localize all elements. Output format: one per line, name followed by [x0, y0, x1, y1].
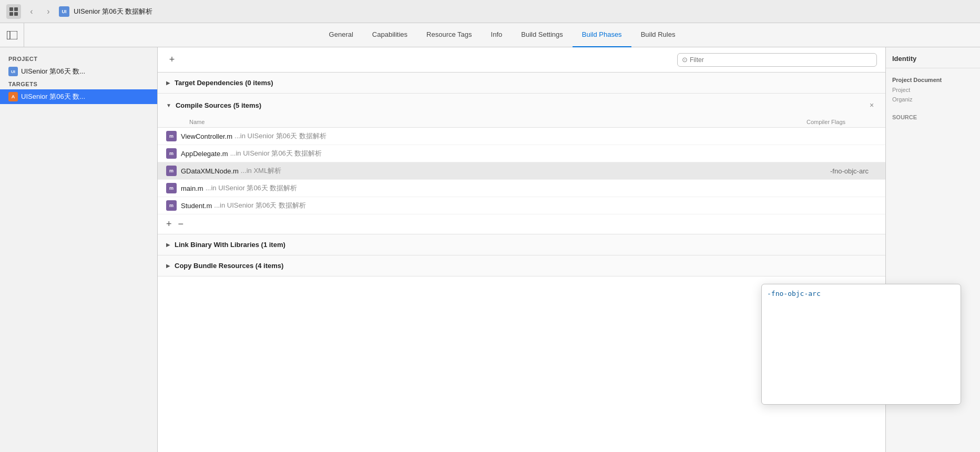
sidebar-project-name: UISenior 第06天 数...	[21, 67, 85, 76]
table-header-row: Name Compiler Flags	[158, 117, 885, 128]
filename-gdataxmlnode: GDataXMLNode.m	[181, 167, 239, 175]
compiler-flags-popup	[761, 284, 961, 405]
file-rows-container: mViewController.m...in UISenior 第06天 数据解…	[158, 128, 885, 214]
phase-copy-bundle-header[interactable]: ▶ Copy Bundle Resources (4 items)	[158, 255, 885, 276]
tab-build-phases[interactable]: Build Phases	[573, 23, 631, 47]
file-row-gdataxmlnode[interactable]: mGDataXMLNode.m...in XML解析-fno-objc-arc	[158, 162, 885, 180]
filename-student: Student.m	[181, 202, 212, 210]
app-icon	[6, 4, 21, 19]
filter-box: ⊙	[677, 53, 877, 67]
phase-compile-sources-title: Compile Sources (5 items)	[176, 101, 261, 109]
phase-target-dependencies-title: Target Dependencies (0 items)	[175, 79, 273, 87]
compiler-flags-input[interactable]	[767, 290, 955, 297]
table-actions: + −	[158, 214, 885, 234]
sidebar: PROJECT UI UISenior 第06天 数... TARGETS A …	[0, 47, 158, 452]
project-icon: UI	[8, 67, 18, 76]
file-icon-viewcontroller: m	[166, 131, 177, 141]
main-area: PROJECT UI UISenior 第06天 数... TARGETS A …	[0, 47, 980, 452]
svg-rect-1	[14, 7, 18, 11]
file-row-viewcontroller[interactable]: mViewController.m...in UISenior 第06天 数据解…	[158, 128, 885, 145]
tab-capabilities[interactable]: Capabilities	[363, 23, 417, 47]
svg-rect-0	[9, 7, 13, 11]
flags-gdataxmlnode: -fno-objc-arc	[772, 167, 877, 175]
sidebar-item-project[interactable]: UI UISenior 第06天 数...	[0, 64, 157, 79]
phase-link-binary: ▶ Link Binary With Libraries (1 item)	[158, 234, 885, 255]
filename-viewcontroller: ViewController.m	[181, 132, 232, 140]
file-row-main[interactable]: mmain.m...in UISenior 第06天 数据解析	[158, 180, 885, 197]
phases-content: ▶ Target Dependencies (0 items) ▼ Compil…	[158, 73, 885, 276]
tab-build-rules[interactable]: Build Rules	[631, 23, 685, 47]
target-icon: A	[8, 92, 18, 101]
tabbar: GeneralCapabilitiesResource TagsInfoBuil…	[0, 23, 980, 47]
triangle-bundle-icon: ▶	[166, 263, 170, 269]
svg-rect-5	[7, 31, 17, 39]
filter-input[interactable]	[690, 56, 872, 64]
file-icon: UI	[59, 6, 69, 17]
file-icon-gdataxmlnode: m	[166, 166, 177, 176]
filepath-viewcontroller: ...in UISenior 第06天 数据解析	[234, 131, 326, 141]
project-label: Project	[886, 85, 980, 95]
back-button[interactable]: ‹	[25, 5, 38, 18]
filepath-gdataxmlnode: ...in XML解析	[241, 166, 281, 176]
file-icon-student: m	[166, 200, 177, 211]
phase-copy-bundle-title: Copy Bundle Resources (4 items)	[175, 262, 283, 270]
col-flags-header: Compiler Flags	[728, 119, 854, 125]
filename-appdelegate: AppDelegate.m	[181, 150, 228, 158]
triangle-link-icon: ▶	[166, 242, 170, 248]
triangle-expand-icon: ▼	[166, 102, 171, 108]
col-name-header: Name	[189, 119, 728, 125]
phase-target-dependencies: ▶ Target Dependencies (0 items)	[158, 73, 885, 94]
remove-file-button[interactable]: −	[178, 219, 184, 230]
popup-content	[762, 284, 961, 389]
add-phase-button[interactable]: +	[166, 54, 178, 66]
svg-rect-3	[14, 12, 18, 16]
file-icon-main: m	[166, 183, 177, 193]
phase-target-dependencies-header[interactable]: ▶ Target Dependencies (0 items)	[158, 73, 885, 93]
organization-label: Organiz	[886, 95, 980, 104]
phase-close-button[interactable]: ×	[866, 100, 877, 110]
phase-copy-bundle: ▶ Copy Bundle Resources (4 items)	[158, 255, 885, 276]
source-label: Source	[886, 112, 980, 122]
tab-build-settings[interactable]: Build Settings	[512, 23, 573, 47]
filepath-appdelegate: ...in UISenior 第06天 数据解析	[230, 149, 322, 158]
identity-title: Identity	[886, 47, 980, 68]
triangle-icon: ▶	[166, 80, 170, 86]
sidebar-project-label: PROJECT	[0, 54, 157, 64]
svg-rect-2	[9, 12, 13, 16]
tab-info[interactable]: Info	[482, 23, 512, 47]
filepath-student: ...in UISenior 第06天 数据解析	[214, 201, 306, 210]
sidebar-item-target[interactable]: A UISenior 第06天 数...	[0, 89, 157, 104]
sidebar-targets-label: TARGETS	[0, 79, 157, 89]
titlebar: ‹ › UI UISenior 第06天 数据解析	[0, 0, 980, 23]
add-file-button[interactable]: +	[166, 219, 172, 230]
sidebar-target-name: UISenior 第06天 数...	[21, 92, 85, 101]
forward-button[interactable]: ›	[42, 5, 55, 18]
content-wrapper: + ⊙ ▶ Target Dependencies (0 items)	[158, 47, 980, 452]
filter-icon: ⊙	[682, 56, 688, 64]
filename-main: main.m	[181, 184, 203, 192]
phase-link-binary-title: Link Binary With Libraries (1 item)	[175, 241, 285, 249]
window-title: UISenior 第06天 数据解析	[74, 7, 152, 16]
content-toolbar: + ⊙	[158, 47, 885, 73]
project-document-label: Project Document	[886, 73, 980, 85]
phase-compile-sources-header[interactable]: ▼ Compile Sources (5 items) ×	[158, 94, 885, 117]
filepath-main: ...in UISenior 第06天 数据解析	[206, 183, 298, 193]
file-row-appdelegate[interactable]: mAppDelegate.m...in UISenior 第06天 数据解析	[158, 145, 885, 162]
source-table: Name Compiler Flags mViewController.m...…	[158, 117, 885, 234]
phase-link-binary-header[interactable]: ▶ Link Binary With Libraries (1 item)	[158, 234, 885, 255]
svg-rect-4	[7, 31, 10, 39]
sidebar-toggle-button[interactable]	[0, 23, 24, 47]
tabs-container: GeneralCapabilitiesResource TagsInfoBuil…	[24, 23, 980, 47]
file-icon-appdelegate: m	[166, 148, 177, 159]
phase-compile-sources: ▼ Compile Sources (5 items) × Name Compi…	[158, 94, 885, 234]
file-row-student[interactable]: mStudent.m...in UISenior 第06天 数据解析	[158, 197, 885, 214]
tab-general[interactable]: General	[320, 23, 363, 47]
tab-resource-tags[interactable]: Resource Tags	[417, 23, 481, 47]
